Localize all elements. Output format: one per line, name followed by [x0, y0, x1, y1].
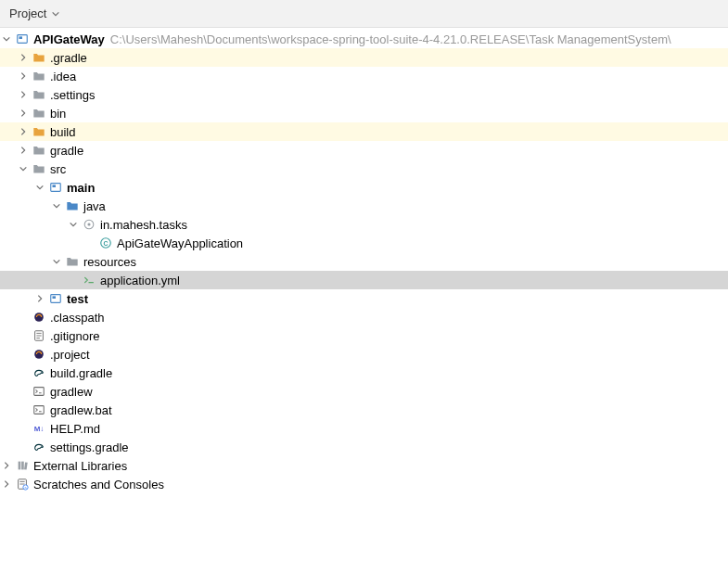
module-icon [48, 291, 63, 306]
tree-node-external-libraries[interactable]: External Libraries [0, 456, 728, 475]
node-label: .project [50, 348, 90, 362]
tree-node-gradle-dir[interactable]: .gradle [0, 48, 728, 67]
chevron-down-icon[interactable] [50, 255, 63, 268]
module-icon [48, 180, 63, 195]
project-tree[interactable]: APIGateWay C:\Users\Mahesh\Documents\wor… [0, 28, 728, 493]
node-label: build.gradle [50, 366, 112, 380]
tree-node-gradle-dir2[interactable]: gradle [0, 141, 728, 160]
node-label: bin [50, 107, 66, 121]
folder-icon [32, 124, 46, 139]
text-file-icon [32, 328, 46, 343]
chevron-right-icon[interactable] [17, 51, 30, 64]
project-path: C:\Users\Mahesh\Documents\workspace-spri… [110, 32, 671, 46]
chevron-down-icon[interactable] [33, 181, 46, 194]
eclipse-icon [32, 347, 46, 362]
node-label: src [50, 162, 66, 176]
tree-node-gradlew-bat-file[interactable]: gradlew.bat [0, 401, 728, 419]
node-label: .settings [50, 88, 95, 102]
node-label: main [67, 181, 95, 195]
project-name: APIGateWay [33, 32, 105, 46]
node-label: test [67, 292, 88, 306]
yaml-icon [82, 273, 96, 287]
folder-icon [32, 69, 46, 83]
chevron-right-icon[interactable] [0, 478, 13, 491]
tree-node-java-dir[interactable]: java [0, 197, 728, 215]
folder-icon [32, 161, 46, 176]
tree-node-test-dir[interactable]: test [0, 289, 728, 308]
folder-icon [32, 87, 46, 102]
tree-node-build-dir[interactable]: build [0, 122, 728, 141]
chevron-right-icon[interactable] [17, 144, 30, 157]
tree-node-main-dir[interactable]: main [0, 178, 728, 197]
resources-folder-icon [65, 254, 80, 269]
tree-node-settings-dir[interactable]: .settings [0, 85, 728, 104]
tree-node-scratches[interactable]: Scratches and Consoles [0, 475, 728, 493]
node-label: .gitignore [50, 329, 99, 343]
tree-node-src-dir[interactable]: src [0, 160, 728, 178]
chevron-right-icon[interactable] [17, 88, 30, 101]
chevron-right-icon[interactable] [17, 125, 30, 138]
tree-node-build-gradle-file[interactable]: build.gradle [0, 364, 728, 382]
terminal-icon [32, 402, 46, 417]
node-label: gradlew [50, 385, 93, 399]
chevron-down-icon[interactable] [0, 32, 13, 45]
tree-node-app-class[interactable]: ApiGateWayApplication [0, 234, 728, 252]
tree-node-help-md-file[interactable]: M↓ HELP.md [0, 419, 728, 438]
chevron-down-icon[interactable] [17, 162, 30, 175]
project-tool-header[interactable]: Project [0, 0, 728, 28]
tree-node-project-root[interactable]: APIGateWay C:\Users\Mahesh\Documents\wor… [0, 30, 728, 48]
eclipse-icon [32, 310, 46, 325]
chevron-right-icon[interactable] [17, 107, 30, 120]
chevron-right-icon[interactable] [17, 70, 30, 83]
tree-node-resources-dir[interactable]: resources [0, 252, 728, 271]
tree-node-gradlew-file[interactable]: gradlew [0, 382, 728, 401]
node-label: ApiGateWayApplication [117, 236, 243, 250]
node-label: gradle [50, 144, 83, 158]
node-label: build [50, 125, 75, 139]
terminal-icon [32, 384, 46, 399]
folder-icon [32, 143, 46, 158]
node-label: Scratches and Consoles [33, 478, 164, 491]
tree-node-bin-dir[interactable]: bin [0, 104, 728, 122]
project-tool-title: Project [9, 6, 46, 20]
folder-icon [32, 50, 46, 65]
node-label: resources [83, 255, 136, 269]
tree-node-application-yml[interactable]: application.yml [0, 271, 728, 289]
node-label: .gradle [50, 51, 87, 65]
folder-icon [32, 106, 46, 121]
markdown-icon: M↓ [32, 421, 46, 436]
gradle-icon [32, 440, 46, 454]
node-label: HELP.md [50, 422, 100, 436]
chevron-down-icon [50, 8, 61, 19]
tree-node-idea-dir[interactable]: .idea [0, 67, 728, 85]
chevron-down-icon[interactable] [50, 199, 63, 212]
node-label: java [83, 199, 106, 213]
tree-node-classpath-file[interactable]: .classpath [0, 308, 728, 326]
node-label: in.mahesh.tasks [100, 218, 187, 232]
chevron-right-icon[interactable] [33, 292, 46, 305]
gradle-icon [32, 365, 46, 380]
tree-node-gitignore-file[interactable]: .gitignore [0, 326, 728, 345]
library-icon [15, 458, 30, 473]
source-folder-icon [65, 198, 80, 213]
scratch-icon [15, 477, 30, 491]
tree-node-package[interactable]: in.mahesh.tasks [0, 215, 728, 234]
node-label: External Libraries [33, 459, 127, 473]
node-label: application.yml [100, 274, 180, 287]
node-label: .idea [50, 70, 76, 83]
package-icon [82, 217, 96, 232]
chevron-right-icon[interactable] [0, 459, 13, 472]
tree-node-project-file[interactable]: .project [0, 345, 728, 364]
node-label: .classpath [50, 311, 105, 325]
module-icon [15, 32, 30, 46]
node-label: settings.gradle [50, 440, 129, 454]
node-label: gradlew.bat [50, 403, 112, 417]
chevron-down-icon[interactable] [67, 218, 80, 231]
class-icon [98, 236, 113, 250]
tree-node-settings-gradle-file[interactable]: settings.gradle [0, 438, 728, 456]
